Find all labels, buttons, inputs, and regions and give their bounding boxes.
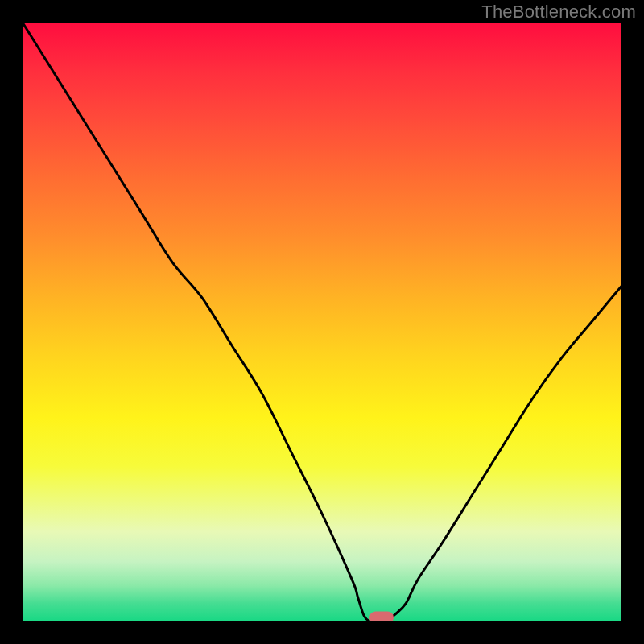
bottleneck-curve — [23, 23, 621, 621]
optimal-marker — [369, 612, 394, 622]
watermark-text: TheBottleneck.com — [481, 2, 636, 23]
plot-area — [23, 23, 621, 621]
chart-frame: TheBottleneck.com — [0, 0, 644, 644]
curve-svg — [23, 23, 621, 621]
